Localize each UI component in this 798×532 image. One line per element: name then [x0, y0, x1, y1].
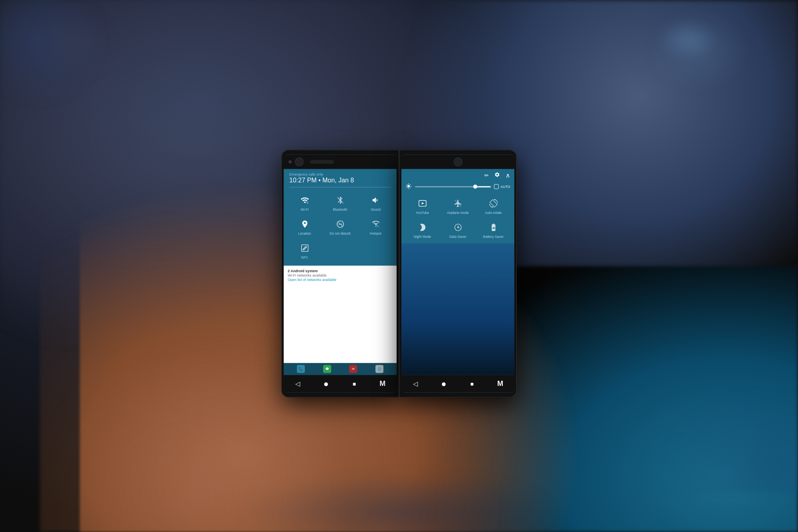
qs-tile-wifi[interactable]: Wi-Fi — [288, 191, 322, 214]
datasaver-icon — [452, 222, 464, 233]
qs-tile-datasaver[interactable]: Data Saver — [441, 218, 475, 241]
time: 10:27 PM — [289, 176, 316, 183]
notif-app: 2 Android system — [288, 269, 393, 273]
auto-brightness: AUTO — [494, 184, 510, 189]
emergency-text: Emergency calls only — [289, 172, 391, 176]
autorotate-icon — [488, 198, 499, 209]
right-camera-lens — [454, 157, 462, 166]
location-icon — [299, 218, 310, 229]
qs-tile-hotspot[interactable]: Hotspot — [359, 215, 393, 237]
bluetooth-icon — [335, 194, 346, 206]
left-phone-screen: Emergency calls only 10:27 PM • Mon, Jan… — [284, 154, 397, 392]
sound-label: Sound — [371, 207, 381, 211]
nfc-icon — [299, 242, 310, 253]
settings-icon[interactable] — [494, 172, 500, 178]
extra-button[interactable]: M — [376, 377, 389, 390]
hotspot-label: Hotspot — [370, 231, 381, 235]
nightmode-icon — [417, 222, 428, 233]
datasaver-label: Data Saver — [449, 234, 466, 238]
phones-container: Emergency calls only 10:27 PM • Mon, Jan… — [281, 150, 517, 397]
qs-tile-youtube[interactable]: YouTube — [405, 194, 439, 217]
brightness-bar[interactable] — [415, 186, 491, 187]
qs-tile-dnd[interactable]: Do not disturb — [323, 215, 357, 237]
location-label: Location — [298, 231, 311, 235]
collapse-icon[interactable]: ∧ — [506, 171, 510, 179]
nav-bar: ◁ ● ■ M — [284, 375, 397, 392]
airplane-label: Airplane mode — [447, 210, 469, 214]
panel-header: Emergency calls only 10:27 PM • Mon, Jan… — [284, 169, 397, 185]
qs-tile-nightmode[interactable]: Night Mode — [405, 218, 439, 241]
right-nav-bar: ◁ ● ■ M — [401, 375, 514, 392]
batterysaver-label: Battery Saver — [483, 234, 504, 238]
qs-tile-batterysaver[interactable]: Battery Saver — [476, 218, 510, 241]
quick-settings-grid: Wi-Fi Bluetooth — [284, 189, 397, 264]
svg-point-9 — [457, 226, 459, 228]
right-panel: ✏ ∧ — [401, 169, 514, 375]
brightness-thumb — [473, 185, 477, 189]
datetime-text: 10:27 PM • Mon, Jan 8 — [289, 176, 391, 184]
right-recents-button[interactable]: ■ — [466, 377, 478, 390]
hotspot-icon — [370, 218, 381, 229]
speaker-grille — [310, 160, 334, 164]
right-home-button[interactable]: ● — [437, 377, 450, 390]
right-panel-header: ✏ ∧ — [401, 169, 514, 181]
dnd-icon — [335, 218, 346, 229]
date-value: Mon, Jan 8 — [322, 176, 354, 183]
sound-icon — [370, 194, 381, 206]
recents-button[interactable]: ■ — [348, 377, 361, 390]
app-dock: 📞 💬 ✉ 🌐 — [284, 363, 397, 375]
right-camera-bar — [401, 154, 514, 169]
left-camera-bar — [284, 154, 397, 169]
wifi-icon — [299, 194, 310, 206]
home-button[interactable]: ● — [320, 377, 332, 390]
batterysaver-icon — [488, 222, 499, 233]
brightness-fill — [476, 186, 491, 187]
nfc-label: NFC — [301, 255, 308, 259]
notif-subtitle: Open list of networks available — [288, 278, 393, 282]
dock-chrome[interactable]: 🌐 — [375, 365, 383, 373]
qs-tile-bluetooth[interactable]: Bluetooth — [323, 191, 357, 214]
dock-phone[interactable]: 📞 — [297, 365, 305, 373]
date: • — [318, 176, 322, 183]
autorotate-label: Auto-rotate — [485, 210, 502, 214]
auto-label: AUTO — [500, 185, 510, 189]
right-phone-screen: ✏ ∧ — [401, 154, 514, 392]
brightness-row: AUTO — [401, 181, 514, 192]
svg-point-0 — [306, 202, 308, 204]
nightmode-label: Night Mode — [414, 234, 431, 238]
camera-lens — [295, 157, 304, 166]
divider — [289, 187, 391, 187]
right-back-button[interactable]: ◁ — [409, 377, 422, 390]
dnd-label: Do not disturb — [330, 231, 351, 235]
back-button[interactable]: ◁ — [291, 377, 304, 390]
right-wallpaper — [401, 243, 514, 375]
right-extra-button[interactable]: M — [494, 377, 507, 390]
qs-tile-airplane[interactable]: Airplane mode — [441, 194, 475, 217]
brightness-icon — [405, 183, 412, 190]
qs-tile-location[interactable]: Location — [288, 215, 322, 237]
youtube-label: YouTube — [416, 210, 429, 214]
camera-dot — [288, 160, 292, 163]
right-phone: ✏ ∧ — [399, 150, 517, 397]
right-quick-settings-grid: YouTube Airplane mode — [401, 192, 514, 243]
airplane-icon — [452, 198, 464, 209]
auto-checkbox[interactable] — [494, 184, 499, 189]
dock-gmail[interactable]: ✉ — [349, 365, 357, 373]
left-phone: Emergency calls only 10:27 PM • Mon, Jan… — [281, 150, 399, 397]
qs-tile-nfc[interactable]: NFC — [288, 239, 322, 261]
qs-tile-sound[interactable]: Sound — [359, 191, 393, 214]
notification-area: 2 Android system Wi-Fi networks availabl… — [284, 265, 397, 363]
left-notification-panel: Emergency calls only 10:27 PM • Mon, Jan… — [284, 169, 397, 375]
notif-title: Wi-Fi networks available — [288, 273, 393, 278]
bluetooth-label: Bluetooth — [333, 207, 348, 211]
edit-icon[interactable]: ✏ — [484, 172, 489, 178]
qs-tile-autorotate[interactable]: Auto-rotate — [476, 194, 510, 217]
dock-messages[interactable]: 💬 — [323, 365, 331, 373]
wifi-label: Wi-Fi — [301, 207, 309, 211]
youtube-icon — [417, 198, 428, 209]
